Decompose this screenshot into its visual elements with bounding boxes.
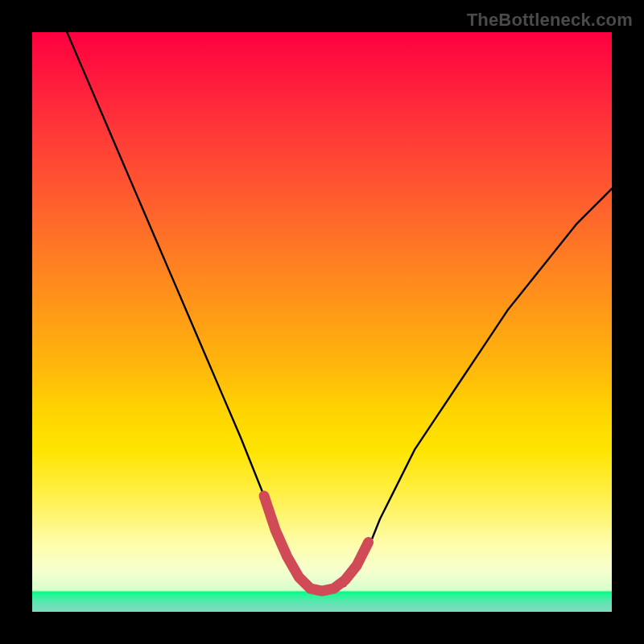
bottleneck-curve [67, 32, 612, 590]
chart-frame: TheBottleneck.com [0, 0, 644, 644]
plot-area [32, 32, 612, 612]
curve-svg [32, 32, 612, 612]
bottom-highlight [264, 496, 369, 591]
watermark-text: TheBottleneck.com [467, 10, 633, 31]
